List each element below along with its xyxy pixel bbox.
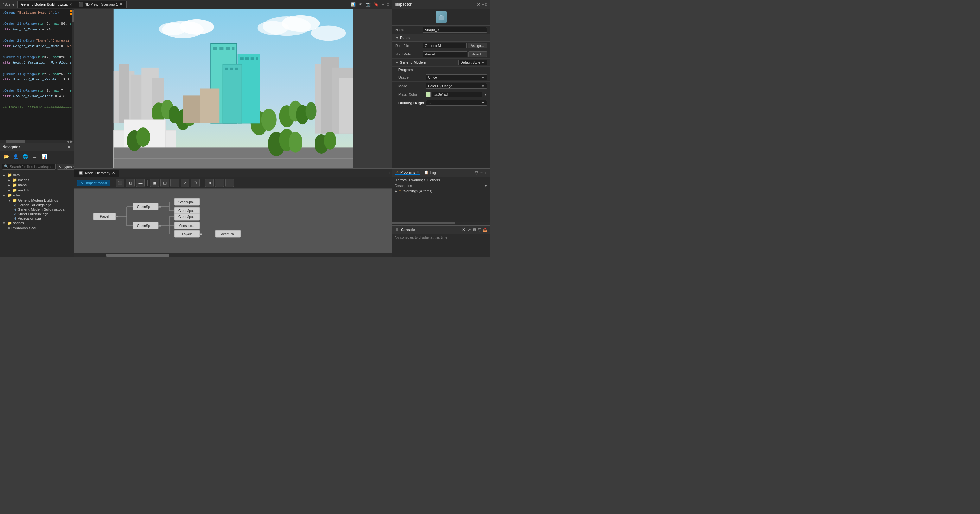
inspector-maximize-btn[interactable]: □ [485, 2, 487, 6]
mh-tool-box1-btn[interactable]: ▣ [150, 179, 159, 187]
cga-tab-close-icon[interactable]: ✕ [69, 3, 72, 6]
mh-tab-close-icon[interactable]: ✕ [112, 171, 115, 175]
view3d-maximize-btn[interactable]: □ [387, 2, 389, 6]
svg-text:GreenSpa...: GreenSpa... [178, 209, 196, 212]
mh-tool-flat-btn[interactable]: ▬ [136, 179, 145, 187]
building-height-dropdown[interactable]: ... ▼ [426, 100, 487, 105]
mh-tabbar: 🔲 Model Hierarchy ✕ − □ [75, 169, 392, 177]
tree-item-philadelphia[interactable]: ⚙ Philadelphia.cei [0, 226, 74, 230]
tree-arrow-gmb-folder: ▼ [8, 199, 11, 202]
mass-color-field[interactable] [432, 92, 482, 97]
navigator-menu-btn[interactable]: ⋮ [53, 145, 59, 150]
warnings-tree-item[interactable]: ▶ ⚠ Warnings (4 items) [395, 188, 487, 194]
view3d-minimize-btn[interactable]: − [382, 2, 384, 6]
mode-dropdown[interactable]: Color By Usage ▼ [426, 83, 487, 89]
shape-svg [438, 14, 445, 21]
code-scroll-h[interactable]: ◀ ▶ [0, 140, 74, 143]
eye-icon[interactable]: 👁 [359, 2, 363, 6]
tree-item-gmb-cga[interactable]: ⚙ Generic Modern Buildings.cga [0, 207, 74, 212]
navigator-minimize-btn[interactable]: − [61, 145, 65, 150]
console-action3-icon[interactable]: ▽ [478, 228, 481, 232]
console-action1-icon[interactable]: ↗ [468, 228, 471, 232]
mh-tool-zoomin-btn[interactable]: + [215, 179, 224, 187]
inspector-minimize-btn[interactable]: − [482, 2, 484, 6]
start-rule-select-btn[interactable]: Select... [468, 51, 487, 57]
code-line-blank3 [3, 49, 72, 55]
console-action4-icon[interactable]: 📥 [483, 228, 487, 232]
tree-item-data[interactable]: ▶ 📁 data [0, 172, 74, 177]
rule-file-dropdown[interactable]: Generic M [423, 43, 466, 48]
pl-maximize-btn[interactable]: □ [485, 171, 487, 175]
navigator-type-filter[interactable]: All types ▼ [57, 164, 74, 169]
start-rule-dropdown[interactable]: Parcel [423, 51, 467, 57]
rule-file-assign-btn[interactable]: Assign... [468, 43, 487, 48]
pl-summary: 0 errors, 4 warnings, 0 others [395, 178, 487, 182]
mh-tool-zoomout-btn[interactable]: − [225, 179, 234, 187]
mh-tool-fit-btn[interactable]: ⊞ [205, 179, 214, 187]
code-line-blank4 [3, 66, 72, 72]
log-tab[interactable]: 📋 Log [423, 171, 437, 175]
nav-folder-btn[interactable]: 📂 [2, 152, 10, 161]
mh-tool-grid-btn[interactable]: ⊞ [170, 179, 179, 187]
tree-item-models[interactable]: ▶ 📁 models [0, 188, 74, 193]
tree-item-images[interactable]: ▶ 📁 images [0, 177, 74, 182]
rules-collapse-icon[interactable]: ▼ [395, 36, 399, 40]
view3d-tab-close-icon[interactable]: ✕ [120, 2, 123, 6]
view3d-tab[interactable]: ⬛ 3D View - Scenario 1 ✕ [75, 1, 127, 8]
pl-scroll[interactable] [392, 222, 490, 224]
mh-tool-half-btn[interactable]: ◧ [126, 179, 135, 187]
mh-tool-box2-btn[interactable]: ◫ [160, 179, 169, 187]
cga-tab[interactable]: Generic Modern Buildings.cga ✕ [18, 1, 74, 8]
inspector-icon-row [392, 9, 490, 26]
code-scroll-v[interactable] [72, 9, 74, 140]
problems-tab-label: Problems [400, 171, 415, 174]
pl-minimize-btn[interactable]: − [480, 171, 483, 175]
scene-tab[interactable]: *Scene [0, 1, 18, 8]
problems-tab[interactable]: ⚠ Problems ✕ [395, 170, 420, 175]
sort-icon[interactable]: ▼ [484, 184, 487, 188]
console-close-btn[interactable]: ✕ [462, 228, 465, 232]
mass-color-swatch[interactable] [426, 92, 431, 97]
tree-item-scenes[interactable]: ▼ 📁 scenes [0, 220, 74, 226]
left-panel: *Scene Generic Modern Buildings.cga ✕ − … [0, 0, 75, 257]
tree-item-collada[interactable]: ⚙ Collada Buildings.cga [0, 203, 74, 207]
nav-workspace-btn[interactable]: 👤 [11, 152, 20, 161]
code-line-3: @Order(1) @Range(min=2, max=80, stepsize… [3, 21, 72, 27]
inspect-model-btn[interactable]: ↖ Inspect model [77, 180, 110, 186]
mh-tool-shape-btn[interactable]: ⬡ [191, 179, 200, 187]
stats-icon[interactable]: 📊 [351, 2, 356, 6]
rules-menu-btn[interactable]: ⋮ [483, 35, 487, 40]
tree-item-street-furniture[interactable]: ⚙ Street Furniture.cga [0, 212, 74, 216]
hierarchy-svg: Parcel GreenSpa... GreenSpa... [94, 194, 283, 248]
problems-tab-close-icon[interactable]: ✕ [416, 170, 419, 174]
mh-tool-cube-btn[interactable]: ⬛ [116, 179, 124, 187]
nav-cloud-btn[interactable]: ☁ [30, 152, 39, 161]
inspector-close-btn[interactable]: ✕ [477, 2, 480, 7]
nav-network-btn[interactable]: 🌐 [21, 152, 29, 161]
toolbar-sep-2 [147, 180, 148, 186]
usage-dropdown[interactable]: Office ▼ [426, 75, 487, 80]
mh-minimize-btn[interactable]: − [383, 171, 385, 175]
console-action2-icon[interactable]: ⊞ [473, 228, 476, 232]
camera-icon[interactable]: 📷 [366, 2, 371, 6]
tree-item-rules[interactable]: ▼ 📁 rules [0, 193, 74, 198]
tree-item-maps[interactable]: ▶ 📁 maps [0, 182, 74, 188]
toolbar-sep-3 [202, 180, 202, 186]
mh-maximize-btn[interactable]: □ [387, 171, 389, 175]
default-style-dropdown[interactable]: Default Style ▼ [458, 59, 487, 65]
svg-rect-40 [225, 68, 228, 70]
warning-indicator-icon: ⚠ [396, 170, 399, 174]
nav-analytics-btn[interactable]: 📊 [40, 152, 48, 161]
navigator-close-btn[interactable]: ✕ [67, 145, 72, 150]
filter-icon[interactable]: ▽ [475, 171, 478, 175]
svg-point-3 [159, 23, 186, 35]
navigator-search-input[interactable] [10, 165, 54, 169]
mh-scroll-h[interactable] [75, 253, 392, 257]
inspector-name-field[interactable] [423, 27, 487, 33]
mh-tool-arrow-btn[interactable]: ↗ [181, 179, 189, 187]
tree-item-vegetation[interactable]: ⚙ Vegetation.cga [0, 216, 74, 220]
mh-tab[interactable]: 🔲 Model Hierarchy ✕ [75, 169, 119, 177]
tree-item-gmb-folder[interactable]: ▼ 📁 Generic Modern Buildings [0, 198, 74, 203]
gm-collapse-icon[interactable]: ▼ [395, 61, 398, 64]
bookmark-icon[interactable]: 🔖 [374, 2, 379, 6]
